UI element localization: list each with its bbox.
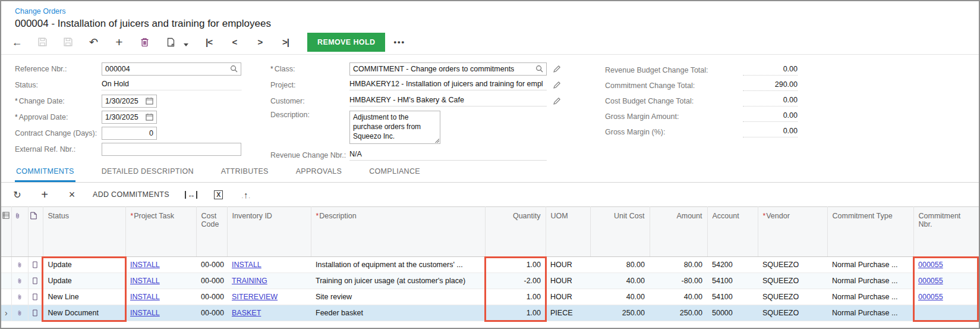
cell-project-task[interactable]: INSTALL — [125, 257, 196, 273]
table-row-selected[interactable]: › New Document INSTALL 00-000 BASKET Fee… — [1, 305, 979, 321]
more-actions-icon[interactable]: ••• — [393, 37, 405, 46]
note-icon[interactable] — [28, 289, 43, 305]
cell-uom[interactable]: HOUR — [546, 273, 590, 289]
note-icon[interactable] — [28, 305, 43, 321]
cell-cost-code[interactable]: 00-000 — [196, 305, 227, 321]
cell-commitment-nbr[interactable] — [913, 305, 979, 321]
save-icon[interactable] — [61, 35, 75, 49]
cell-uom[interactable]: HOUR — [546, 289, 590, 305]
refresh-icon[interactable]: ↻ — [11, 188, 24, 201]
inventory-id-link[interactable]: INSTALL — [232, 261, 261, 269]
table-row[interactable]: Update INSTALL 00-000 TRAINING Training … — [1, 273, 979, 289]
cell-description[interactable]: Feeder basket — [311, 305, 485, 321]
undo-icon[interactable]: ↶ — [86, 35, 101, 49]
cell-commitment-type[interactable]: Normal Purchase ... — [827, 257, 913, 273]
cell-commitment-type[interactable]: Normal Purchase ... — [827, 305, 913, 321]
tab-approvals[interactable]: APPROVALS — [295, 167, 344, 182]
paperclip-icon[interactable] — [11, 289, 28, 305]
cell-vendor[interactable]: SQUEEZO — [758, 289, 827, 305]
cell-status[interactable]: Update — [43, 257, 125, 273]
column-header-unit-cost[interactable]: Unit Cost — [590, 207, 650, 257]
cell-account[interactable]: 54100 — [707, 273, 758, 289]
cell-project-task[interactable]: INSTALL — [125, 305, 196, 321]
column-header-status[interactable]: Status — [43, 207, 125, 257]
cell-quantity[interactable]: 1.00 — [485, 289, 546, 305]
copy-paste-icon[interactable] — [163, 35, 178, 49]
paperclip-icon[interactable] — [11, 305, 28, 321]
edit-customer-icon[interactable] — [553, 97, 561, 105]
cell-amount[interactable]: 40.00 — [650, 289, 707, 305]
project-value[interactable]: HMBAKERY12 - Installation of juicers and… — [349, 80, 547, 90]
inventory-id-link[interactable]: BASKET — [232, 309, 261, 317]
cell-inventory-id[interactable]: INSTALL — [227, 257, 311, 273]
column-header-project-task[interactable]: *Project Task — [125, 207, 196, 257]
cell-quantity[interactable]: 1.00 — [485, 257, 546, 273]
column-header-cost-code[interactable]: Cost Code — [196, 207, 227, 257]
reference-nbr-input[interactable]: 000004 — [102, 62, 241, 76]
edit-class-icon[interactable] — [553, 65, 561, 73]
tab-compliance[interactable]: COMPLIANCE — [368, 167, 421, 182]
cell-commitment-nbr[interactable]: 000055 — [913, 289, 979, 305]
cell-uom[interactable]: PIECE — [546, 305, 590, 321]
column-header-quantity[interactable]: Quantity — [485, 207, 546, 257]
delete-record-icon[interactable] — [137, 35, 152, 49]
table-row[interactable]: Update INSTALL 00-000 INSTALL Installati… — [1, 257, 979, 273]
contract-change-input[interactable]: 0 — [102, 127, 157, 140]
cell-description[interactable]: Site review — [311, 289, 485, 305]
cell-commitment-nbr[interactable]: 000055 — [913, 257, 979, 273]
cell-amount[interactable]: 250.00 — [650, 305, 707, 321]
project-task-link[interactable]: INSTALL — [130, 261, 160, 269]
row-pointer-cell[interactable] — [1, 257, 11, 273]
tab-detailed-description[interactable]: DETAILED DESCRIPTION — [100, 167, 195, 182]
cell-status[interactable]: Update — [43, 273, 125, 289]
cell-status[interactable]: New Document — [43, 305, 125, 321]
back-icon[interactable]: ← — [10, 35, 24, 49]
cell-description[interactable]: Training on juicer usage (at customer's … — [311, 273, 485, 289]
cell-inventory-id[interactable]: BASKET — [227, 305, 311, 321]
notes-column-note-icon[interactable] — [28, 207, 43, 257]
resize-grip-icon[interactable] — [434, 138, 439, 143]
cell-quantity[interactable]: 1.00 — [485, 305, 546, 321]
go-previous-icon[interactable]: < — [227, 35, 242, 49]
copy-paste-chevron-down-icon[interactable] — [184, 43, 188, 46]
cell-vendor[interactable]: SQUEEZO — [758, 273, 827, 289]
inventory-id-link[interactable]: SITEREVIEW — [232, 293, 278, 301]
cell-unit-cost[interactable]: 80.00 — [590, 257, 650, 273]
cell-cost-code[interactable]: 00-000 — [196, 257, 227, 273]
go-last-icon[interactable]: >| — [278, 35, 293, 49]
export-excel-icon[interactable]: X — [212, 188, 225, 201]
upload-icon[interactable]: .↑. — [240, 188, 253, 201]
cell-unit-cost[interactable]: 250.00 — [590, 305, 650, 321]
project-task-link[interactable]: INSTALL — [130, 277, 160, 285]
column-header-commitment-nbr[interactable]: Commitment Nbr. — [913, 207, 979, 257]
column-header-description[interactable]: *Description — [311, 207, 485, 257]
cell-cost-code[interactable]: 00-000 — [196, 289, 227, 305]
breadcrumb[interactable]: Change Orders — [15, 7, 65, 15]
commitment-nbr-link[interactable]: 000055 — [918, 293, 943, 301]
change-date-input[interactable]: 1/30/2025 — [102, 95, 157, 108]
cell-unit-cost[interactable]: 40.00 — [590, 289, 650, 305]
cell-amount[interactable]: 80.00 — [650, 257, 707, 273]
cell-commitment-type[interactable]: Normal Purchase ... — [827, 289, 913, 305]
column-header-commitment-type[interactable]: Commitment Type — [827, 207, 913, 257]
column-header-inventory-id[interactable]: Inventory ID — [227, 207, 311, 257]
cell-account[interactable]: 54200 — [707, 257, 758, 273]
column-header-uom[interactable]: UOM — [546, 207, 590, 257]
edit-project-icon[interactable] — [553, 81, 561, 89]
cell-vendor[interactable]: SQUEEZO — [758, 305, 827, 321]
fit-width-icon[interactable]: ↔ — [185, 188, 198, 201]
row-pointer-cell[interactable]: › — [1, 305, 11, 321]
remove-hold-button[interactable]: REMOVE HOLD — [307, 33, 385, 52]
description-textarea[interactable]: Adjustment to the purchase orders from S… — [349, 111, 440, 144]
add-row-icon[interactable]: + — [38, 188, 51, 201]
external-ref-input[interactable] — [102, 143, 241, 156]
cell-quantity[interactable]: -2.00 — [485, 273, 546, 289]
tab-attributes[interactable]: ATTRIBUTES — [220, 167, 270, 182]
cell-cost-code[interactable]: 00-000 — [196, 273, 227, 289]
row-pointer-cell[interactable] — [1, 289, 11, 305]
inventory-id-link[interactable]: TRAINING — [232, 277, 267, 285]
commitment-nbr-link[interactable]: 000055 — [918, 277, 943, 285]
cell-account[interactable]: 54100 — [707, 289, 758, 305]
tab-commitments[interactable]: COMMITMENTS — [15, 167, 75, 182]
column-header-vendor[interactable]: *Vendor — [758, 207, 827, 257]
